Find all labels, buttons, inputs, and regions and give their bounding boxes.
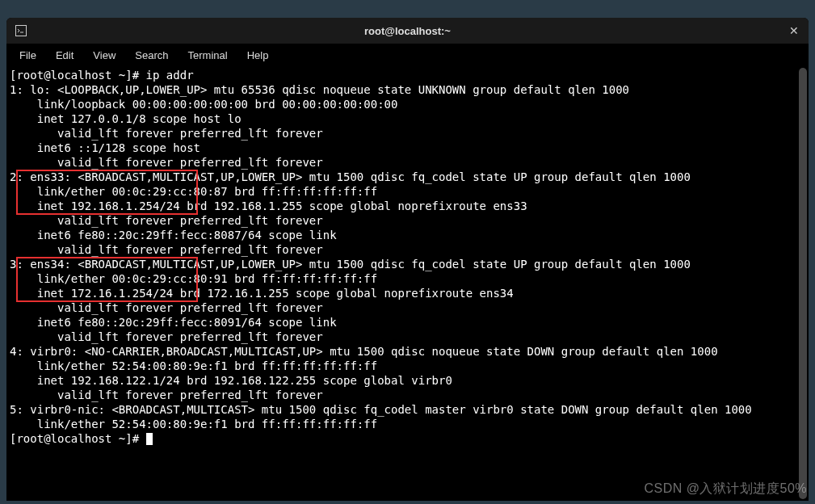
output-line: link/ether 00:0c:29:cc:80:87 brd ff:ff:f… — [10, 185, 377, 198]
output-line: valid_lft forever preferred_lft forever — [10, 127, 323, 140]
output-line: link/ether 52:54:00:80:9e:f1 brd ff:ff:f… — [10, 359, 377, 372]
output-line: valid_lft forever preferred_lft forever — [10, 301, 323, 314]
titlebar[interactable]: root@localhost:~ ✕ — [6, 18, 809, 44]
output-line: 3: ens34: <BROADCAST,MULTICAST,UP,LOWER_… — [10, 258, 691, 271]
output-line: valid_lft forever preferred_lft forever — [10, 388, 323, 401]
menu-search[interactable]: Search — [127, 46, 176, 65]
cursor — [146, 433, 153, 445]
terminal-icon — [15, 24, 27, 37]
window-title: root@localhost:~ — [6, 25, 809, 37]
menubar: File Edit View Search Terminal Help — [6, 44, 809, 66]
output-line: 5: virbr0-nic: <BROADCAST,MULTICAST> mtu… — [10, 403, 752, 416]
output-line: valid_lft forever preferred_lft forever — [10, 156, 323, 169]
output-line: valid_lft forever preferred_lft forever — [10, 214, 323, 227]
output-line: link/ether 52:54:00:80:9e:f1 brd ff:ff:f… — [10, 418, 377, 430]
scroll-thumb[interactable] — [799, 68, 807, 499]
output-line: link/loopback 00:00:00:00:00:00 brd 00:0… — [10, 98, 397, 111]
output-line: inet 127.0.0.1/8 scope host lo — [10, 112, 242, 125]
output-line: valid_lft forever preferred_lft forever — [10, 330, 323, 343]
watermark: CSDN @入狱计划进度50% — [644, 481, 807, 498]
output-line: 4: virbr0: <NO-CARRIER,BROADCAST,MULTICA… — [10, 345, 718, 358]
output-line: link/ether 00:0c:29:cc:80:91 brd ff:ff:f… — [10, 272, 377, 285]
menu-edit[interactable]: Edit — [48, 46, 82, 65]
terminal-output: [root@localhost ~]# ip addr 1: lo: <LOOP… — [10, 68, 805, 446]
prompt-line: [root@localhost ~]# ip addr — [10, 69, 194, 82]
svg-rect-0 — [16, 26, 27, 36]
terminal-body[interactable]: [root@localhost ~]# ip addr 1: lo: <LOOP… — [6, 66, 809, 501]
prompt-line: [root@localhost ~]# — [10, 432, 146, 445]
close-button[interactable]: ✕ — [789, 24, 799, 37]
menu-file[interactable]: File — [11, 46, 44, 65]
output-line: inet6 fe80::20c:29ff:fecc:8087/64 scope … — [10, 229, 343, 242]
scrollbar[interactable] — [799, 68, 807, 499]
menu-help[interactable]: Help — [239, 46, 277, 65]
output-line: inet 172.16.1.254/24 brd 172.16.1.255 sc… — [10, 287, 514, 300]
output-line: 2: ens33: <BROADCAST,MULTICAST,UP,LOWER_… — [10, 170, 691, 183]
output-line: inet6 ::1/128 scope host — [10, 141, 207, 154]
output-line: 1: lo: <LOOPBACK,UP,LOWER_UP> mtu 65536 … — [10, 83, 629, 96]
output-line: inet 192.168.122.1/24 brd 192.168.122.25… — [10, 374, 452, 387]
output-line: valid_lft forever preferred_lft forever — [10, 243, 323, 256]
terminal-window: root@localhost:~ ✕ File Edit View Search… — [6, 18, 809, 501]
output-line: inet6 fe80::20c:29ff:fecc:8091/64 scope … — [10, 316, 343, 329]
menu-terminal[interactable]: Terminal — [180, 46, 236, 65]
output-line: inet 192.168.1.254/24 brd 192.168.1.255 … — [10, 200, 527, 212]
menu-view[interactable]: View — [85, 46, 124, 65]
